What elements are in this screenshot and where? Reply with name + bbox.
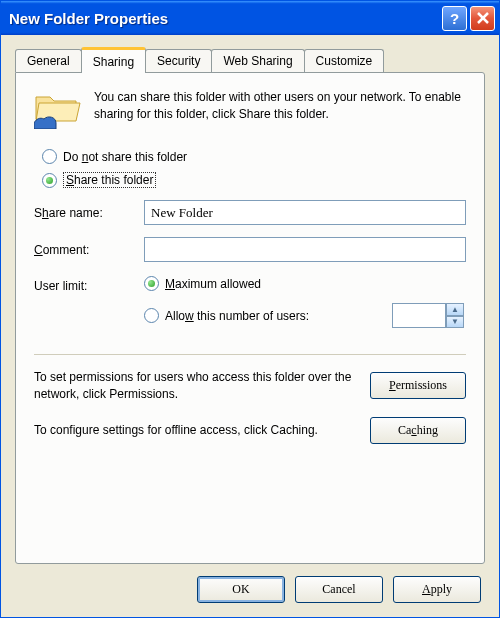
radio-label: Maximum allowed [165, 277, 261, 291]
radio-share[interactable]: Share this folder [34, 172, 466, 188]
intro-row: You can share this folder with other use… [34, 89, 466, 129]
share-name-row: Share name: [34, 200, 466, 225]
tab-strip: General Sharing Security Web Sharing Cus… [15, 47, 485, 72]
intro-text: You can share this folder with other use… [94, 89, 466, 129]
radio-label: Allow this number of users: [165, 309, 309, 323]
comment-label: Comment: [34, 243, 144, 257]
radio-max-allowed[interactable]: Maximum allowed [144, 276, 466, 291]
comment-row: Comment: [34, 237, 466, 262]
spin-down-button[interactable]: ▼ [446, 316, 464, 329]
radio-do-not-share[interactable]: Do not share this folder [34, 149, 466, 164]
permissions-row: To set permissions for users who access … [34, 369, 466, 403]
radio-allow-number[interactable]: Allow this number of users: ▲ ▼ [144, 303, 466, 328]
apply-button[interactable]: Apply [393, 576, 481, 603]
caching-button[interactable]: Caching [370, 417, 466, 444]
caching-text: To configure settings for offline access… [34, 422, 360, 439]
user-limit-options: Maximum allowed Allow this number of use… [144, 276, 466, 340]
tab-sharing[interactable]: Sharing [81, 47, 146, 73]
user-count-spinner: ▲ ▼ [392, 303, 464, 328]
radio-icon [144, 276, 159, 291]
radio-icon [42, 149, 57, 164]
dialog-footer: OK Cancel Apply [15, 564, 485, 603]
radio-icon [144, 308, 159, 323]
user-limit-section: User limit: Maximum allowed Allow this n… [34, 276, 466, 340]
radio-icon [42, 173, 57, 188]
help-button[interactable]: ? [442, 6, 467, 31]
titlebar[interactable]: New Folder Properties ? [1, 1, 499, 35]
share-name-label: Share name: [34, 206, 144, 220]
share-name-input[interactable] [144, 200, 466, 225]
user-limit-label: User limit: [34, 276, 144, 340]
caching-row: To configure settings for offline access… [34, 417, 466, 444]
content-area: General Sharing Security Web Sharing Cus… [1, 35, 499, 617]
close-button[interactable] [470, 6, 495, 31]
tab-customize[interactable]: Customize [304, 49, 385, 72]
close-icon [476, 11, 490, 25]
radio-label: Share this folder [63, 172, 156, 188]
window-title: New Folder Properties [9, 10, 439, 27]
permissions-text: To set permissions for users who access … [34, 369, 360, 403]
tab-websharing[interactable]: Web Sharing [211, 49, 304, 72]
properties-dialog: New Folder Properties ? General Sharing … [0, 0, 500, 618]
separator [34, 354, 466, 355]
radio-label: Do not share this folder [63, 150, 187, 164]
tab-panel-sharing: You can share this folder with other use… [15, 72, 485, 564]
cancel-button[interactable]: Cancel [295, 576, 383, 603]
tab-security[interactable]: Security [145, 49, 212, 72]
help-icon: ? [450, 10, 459, 27]
spin-up-button[interactable]: ▲ [446, 303, 464, 316]
tab-general[interactable]: General [15, 49, 82, 72]
permissions-button[interactable]: Permissions [370, 372, 466, 399]
ok-button[interactable]: OK [197, 576, 285, 603]
comment-input[interactable] [144, 237, 466, 262]
user-count-input[interactable] [392, 303, 446, 328]
shared-folder-icon [34, 89, 82, 129]
